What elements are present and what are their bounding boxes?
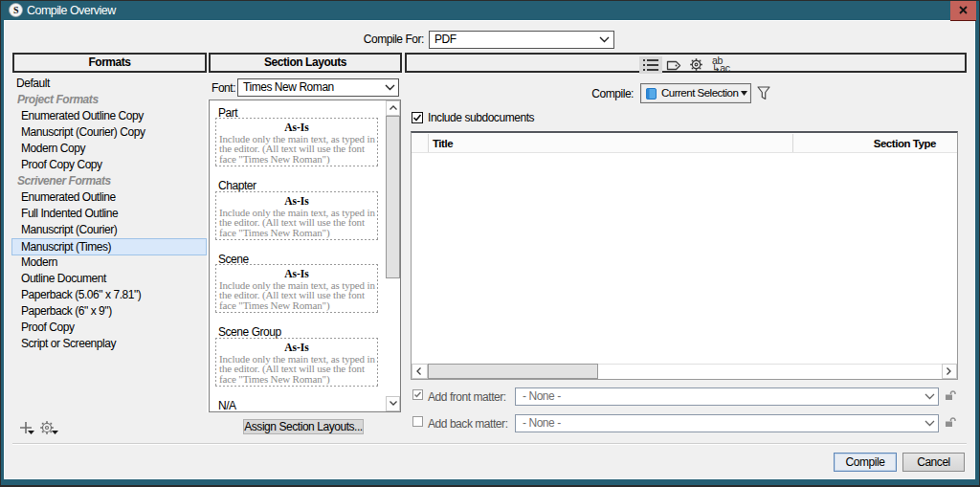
svg-text:S: S [13,5,19,15]
